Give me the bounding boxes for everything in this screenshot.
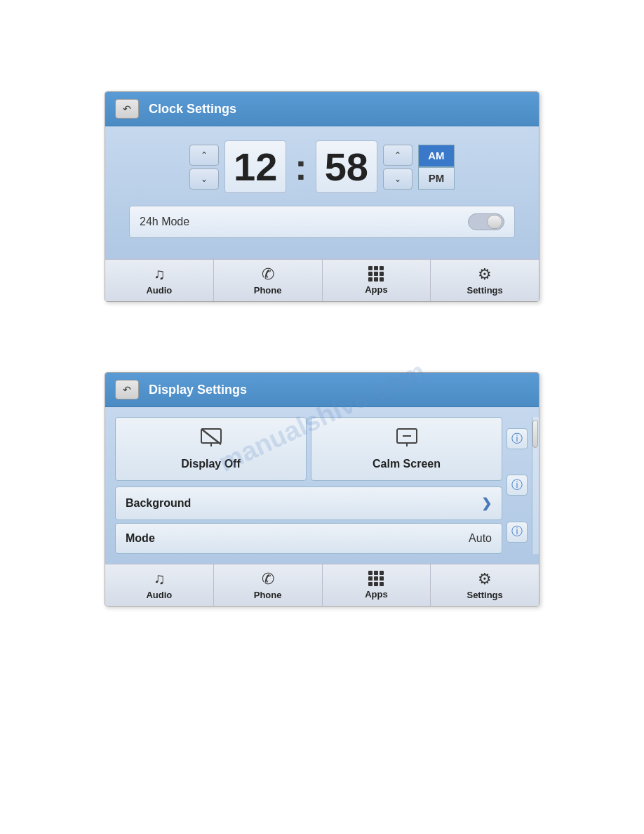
- display-nav-apps-label: Apps: [365, 589, 388, 600]
- hours-up-button[interactable]: ⌃: [189, 145, 219, 166]
- scrollbar-thumb: [532, 420, 538, 448]
- display-nav-phone-label: Phone: [254, 590, 282, 600]
- clock-body: ⌃ ⌄ 12 : 58 ⌃ ⌄ AM PM: [105, 126, 539, 259]
- display-nav-audio-label: Audio: [146, 590, 172, 600]
- hours-controls: ⌃ ⌄: [189, 145, 219, 190]
- background-row[interactable]: Background ❯: [115, 486, 502, 520]
- clock-back-button[interactable]: ↶: [115, 99, 139, 119]
- toggle-knob: [487, 215, 502, 229]
- display-back-button[interactable]: ↶: [115, 380, 139, 399]
- time-row: ⌃ ⌄ 12 : 58 ⌃ ⌄ AM PM: [122, 140, 522, 193]
- display-phone-icon: ✆: [262, 570, 274, 588]
- nav-phone-label: Phone: [254, 285, 282, 296]
- minutes-display: 58: [316, 140, 377, 193]
- calm-screen-tile[interactable]: Calm Screen: [311, 417, 502, 481]
- apps-icon: [368, 266, 384, 282]
- calm-screen-icon: [396, 428, 418, 452]
- display-nav-settings-label: Settings: [467, 590, 502, 600]
- display-settings-panel: ↶ Display Settings: [105, 372, 539, 607]
- display-list: Display Off Calm Screen: [115, 417, 502, 554]
- clock-bottom-nav: ♫ Audio ✆ Phone Apps ⚙ Settings: [105, 259, 539, 301]
- display-apps-icon: [368, 571, 384, 586]
- settings-icon: ⚙: [478, 265, 492, 284]
- background-label: Background: [126, 497, 476, 510]
- display-top-row: Display Off Calm Screen: [115, 417, 502, 481]
- nav-phone[interactable]: ✆ Phone: [214, 260, 323, 301]
- display-off-label: Display Off: [181, 458, 240, 470]
- background-chevron-icon: ❯: [481, 496, 492, 511]
- minutes-up-button[interactable]: ⌃: [383, 145, 412, 166]
- hours-down-button[interactable]: ⌄: [189, 168, 219, 190]
- 24h-mode-row: 24h Mode: [129, 206, 515, 238]
- display-off-icon: [200, 428, 222, 452]
- display-off-tile[interactable]: Display Off: [115, 417, 307, 481]
- display-nav-apps[interactable]: Apps: [323, 564, 431, 606]
- scrollbar[interactable]: [532, 417, 539, 554]
- nav-settings[interactable]: ⚙ Settings: [431, 260, 539, 301]
- clock-header: ↶ Clock Settings: [105, 92, 539, 126]
- display-panel-title: Display Settings: [149, 383, 247, 397]
- display-nav-settings[interactable]: ⚙ Settings: [431, 564, 539, 606]
- pm-button[interactable]: PM: [418, 167, 455, 190]
- clock-settings-panel: ↶ Clock Settings ⌃ ⌄ 12 : 58 ⌃: [105, 91, 539, 302]
- nav-audio[interactable]: ♫ Audio: [105, 260, 214, 301]
- calm-screen-label: Calm Screen: [373, 458, 441, 470]
- nav-apps-label: Apps: [365, 284, 388, 295]
- mode-row[interactable]: Mode Auto: [115, 523, 502, 554]
- info-col: ⓘ ⓘ ⓘ: [502, 417, 532, 554]
- display-settings-icon: ⚙: [478, 570, 492, 588]
- display-audio-icon: ♫: [154, 570, 166, 588]
- display-nav-audio[interactable]: ♫ Audio: [105, 564, 214, 606]
- mode-label: Mode: [126, 532, 463, 545]
- minutes-controls: ⌃ ⌄: [383, 145, 412, 190]
- am-button[interactable]: AM: [418, 145, 455, 167]
- minutes-down-button[interactable]: ⌄: [383, 168, 412, 190]
- ampm-group: AM PM: [418, 145, 455, 190]
- nav-settings-label: Settings: [467, 285, 502, 296]
- audio-icon: ♫: [154, 265, 166, 284]
- display-off-info-button[interactable]: ⓘ: [507, 428, 528, 449]
- phone-icon: ✆: [262, 265, 274, 284]
- svg-line-3: [201, 429, 221, 444]
- nav-audio-label: Audio: [146, 285, 172, 296]
- clock-panel-title: Clock Settings: [149, 102, 236, 117]
- page-container: manualshlve.com ↶ Clock Settings ⌃ ⌄ 12 …: [0, 0, 644, 834]
- display-body: Display Off Calm Screen: [105, 407, 539, 564]
- mode-value: Auto: [469, 532, 492, 545]
- display-nav-phone[interactable]: ✆ Phone: [214, 564, 323, 606]
- time-colon: :: [292, 146, 309, 188]
- 24h-mode-toggle[interactable]: [468, 213, 504, 230]
- mode-info-button[interactable]: ⓘ: [507, 522, 528, 543]
- display-header: ↶ Display Settings: [105, 373, 539, 407]
- 24h-mode-label: 24h Mode: [140, 216, 189, 228]
- display-bottom-nav: ♫ Audio ✆ Phone Apps ⚙ Settings: [105, 564, 539, 606]
- background-info-button[interactable]: ⓘ: [507, 475, 528, 496]
- nav-apps[interactable]: Apps: [323, 260, 431, 301]
- hours-display: 12: [224, 140, 286, 193]
